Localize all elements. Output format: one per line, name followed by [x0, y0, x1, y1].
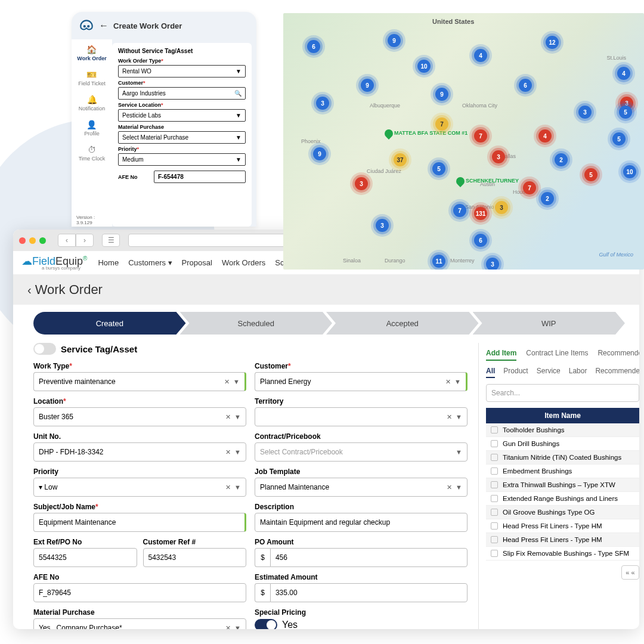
map-marker[interactable]: 7 [453, 204, 466, 217]
search-icon[interactable]: 🔍 [234, 90, 242, 97]
menu-home[interactable]: Home [98, 258, 119, 267]
nav-forward-button[interactable]: › [76, 234, 94, 247]
list-item[interactable]: Slip Fix Removable Bushings - Type SFM [486, 547, 639, 561]
map-marker[interactable]: 3 [578, 106, 592, 119]
po-amount-input[interactable]: 456 [270, 548, 467, 567]
special-pricing-toggle[interactable] [255, 619, 277, 629]
contract-select[interactable]: Select Contract/Pricebook▼ [255, 442, 467, 462]
list-item[interactable]: Extra Thinwall Bushings – Type XTW [486, 478, 639, 492]
tab-contract-items[interactable]: Contract Line Items [526, 349, 588, 361]
service-location-select[interactable]: Pesticide Labs▼ [118, 109, 246, 122]
step-scheduled[interactable]: Scheduled [180, 312, 333, 335]
map-marker[interactable]: 5 [584, 168, 597, 181]
subtab-all[interactable]: All [486, 367, 495, 378]
checkbox[interactable] [491, 454, 498, 461]
window-minimize-icon[interactable] [29, 237, 36, 244]
material-purchase-select[interactable]: Select Material Purchase▼ [118, 131, 246, 144]
checkbox[interactable] [491, 440, 498, 447]
location-select[interactable]: Buster 365✕▼ [33, 407, 246, 426]
list-item[interactable]: Embedment Brushings [486, 465, 639, 478]
list-item[interactable]: Head Press Fit Liners - Type HM [486, 533, 639, 547]
material-select[interactable]: Yes , Company Purchase*✕▼ [33, 618, 246, 629]
tab-add-item[interactable]: Add Item [486, 349, 516, 361]
step-wip[interactable]: WIP [473, 312, 626, 335]
subtab-recommended[interactable]: Recommended S [595, 367, 639, 378]
chevron-down-icon[interactable]: ▼ [233, 378, 240, 386]
list-item[interactable]: Head Press Fit Liners - Type HM [486, 519, 639, 533]
nav-back-button[interactable]: ‹ [58, 234, 76, 247]
map-marker[interactable]: 12 [546, 36, 559, 49]
map-marker[interactable]: 5 [432, 162, 445, 175]
nav-work-order[interactable]: 🏠Work Order [77, 43, 106, 63]
map-marker[interactable]: 4 [474, 49, 487, 62]
subtab-labor[interactable]: Labor [569, 367, 587, 378]
menu-proposal[interactable]: Proposal [182, 258, 212, 267]
nav-field-ticket[interactable]: 🎫Field Ticket [78, 68, 106, 88]
list-item[interactable]: Extended Range Bushings and Liners [486, 492, 639, 506]
territory-select[interactable]: ✕▼ [255, 407, 467, 426]
map-marker[interactable]: 5 [612, 132, 626, 145]
description-input[interactable]: Maintain Equipment and regular checkup [255, 513, 467, 532]
list-item[interactable]: Gun Drill Bushings [486, 437, 639, 451]
map-marker[interactable]: 9 [435, 88, 448, 101]
map-marker[interactable]: 6 [474, 234, 487, 247]
map-marker[interactable]: 10 [417, 60, 431, 73]
map-marker[interactable]: 7 [474, 129, 487, 143]
checkbox[interactable] [491, 550, 498, 557]
back-icon[interactable]: ← [99, 20, 109, 31]
step-created[interactable]: Created [33, 312, 186, 335]
customer-select[interactable]: Planned Energy✕▼ [255, 372, 467, 391]
map-marker[interactable]: 3 [376, 219, 389, 232]
sidebar-toggle-button[interactable]: ☰ [102, 234, 120, 247]
checkbox[interactable] [491, 522, 498, 530]
cust-ref-input[interactable]: 5432543 [143, 548, 247, 567]
checkbox[interactable] [491, 467, 498, 475]
checkbox[interactable] [491, 495, 498, 502]
map-marker[interactable]: 7 [523, 181, 536, 194]
checkbox[interactable] [491, 509, 498, 516]
checkbox[interactable] [491, 426, 498, 434]
wo-type-select[interactable]: Rental WO▼ [118, 65, 246, 78]
service-tag-toggle[interactable] [33, 343, 56, 355]
list-item[interactable]: Titanium Nitride (TiN) Coated Bushings [486, 451, 639, 465]
afe-input[interactable]: F-654478 [154, 171, 246, 183]
map-marker[interactable]: 3 [355, 177, 368, 190]
map-view[interactable]: United States MATTEA BFA STATE COM #1 SC… [283, 13, 644, 270]
map-marker[interactable]: 7 [435, 117, 448, 131]
est-amount-input[interactable]: 335.00 [270, 583, 467, 602]
checkbox[interactable] [491, 481, 498, 488]
item-search-input[interactable]: Search... [486, 384, 639, 402]
map-marker[interactable]: 5 [619, 106, 632, 119]
map-marker[interactable]: 6 [519, 79, 532, 92]
pager-prev[interactable]: « « [621, 565, 639, 580]
map-marker[interactable]: 9 [313, 147, 326, 160]
map-marker[interactable]: 2 [541, 192, 554, 205]
afe-input[interactable]: F_879645 [33, 583, 246, 602]
nav-profile[interactable]: 👤Profile [84, 118, 100, 138]
step-accepted[interactable]: Accepted [326, 312, 479, 335]
clear-icon[interactable]: ✕ [224, 378, 230, 386]
work-type-select[interactable]: Preventive maintenance✕▼ [33, 372, 246, 391]
map-marker[interactable]: 3 [316, 97, 329, 110]
priority-select[interactable]: ▾ Low✕▼ [33, 478, 246, 497]
nav-notification[interactable]: 🔔Notification [79, 93, 106, 113]
map-marker[interactable]: 9 [361, 79, 374, 92]
map-marker[interactable]: 3 [492, 150, 505, 163]
list-item[interactable]: Toolholder Bushings [486, 423, 639, 437]
subtab-service[interactable]: Service [537, 367, 561, 378]
map-marker[interactable]: 3 [486, 258, 499, 270]
priority-select[interactable]: Medium▼ [118, 153, 246, 166]
back-chevron-icon[interactable]: ‹ [27, 283, 32, 297]
list-item[interactable]: Oil Groove Bushings Type OG [486, 506, 639, 519]
subject-input[interactable]: Equipment Maintenance [33, 513, 246, 532]
checkbox[interactable] [491, 536, 498, 543]
customer-select[interactable]: Aargo Industries🔍 [118, 87, 246, 100]
map-marker[interactable]: 2 [555, 153, 568, 166]
unit-select[interactable]: DHP - FDH-18-3342✕▼ [33, 442, 246, 462]
map-marker[interactable]: 9 [388, 34, 401, 47]
ext-ref-input[interactable]: 5544325 [33, 548, 137, 567]
subtab-product[interactable]: Product [503, 367, 528, 378]
window-maximize-icon[interactable] [39, 237, 46, 244]
map-marker[interactable]: 131 [474, 207, 487, 220]
map-marker[interactable]: 6 [307, 40, 320, 53]
